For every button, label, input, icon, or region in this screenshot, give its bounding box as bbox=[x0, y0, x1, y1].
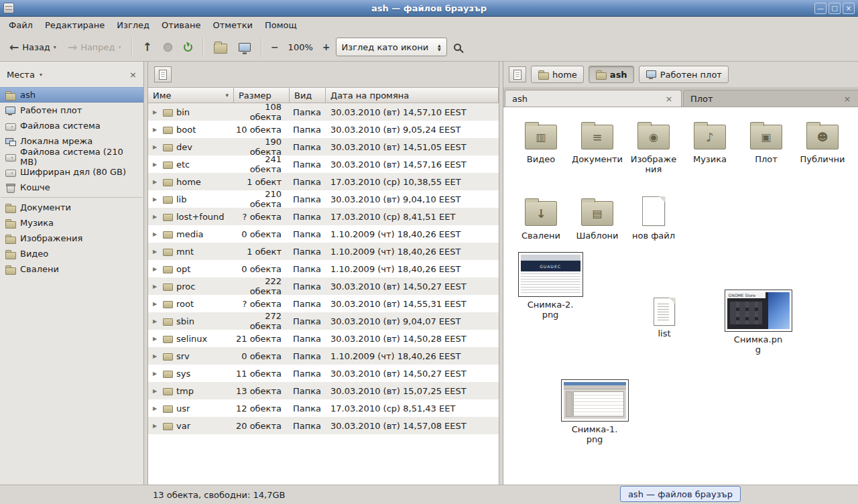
stop-button[interactable] bbox=[159, 36, 177, 58]
titlebar[interactable]: ash — файлов браузър — □ × bbox=[0, 0, 858, 17]
close-button[interactable]: × bbox=[843, 3, 855, 14]
bookmark-item[interactable]: Свалени bbox=[0, 261, 143, 277]
column-header-name[interactable]: Име ▾ bbox=[148, 87, 234, 103]
back-dropdown-icon[interactable]: ▾ bbox=[54, 44, 56, 50]
column-header-size[interactable]: Размер bbox=[234, 87, 290, 103]
expander-icon[interactable]: ▶ bbox=[153, 353, 160, 359]
path-button[interactable]: ash bbox=[589, 66, 634, 83]
icon-view-item[interactable]: Плот bbox=[738, 115, 794, 192]
table-row[interactable]: ▶ sbin 272 обекта Папка 30.03.2010 (вт) … bbox=[148, 312, 499, 330]
table-row[interactable]: ▶ usr 12 обекта Папка 17.03.2010 (ср) 8,… bbox=[148, 399, 499, 417]
file-snimka-1[interactable]: Снимка-1.png bbox=[558, 379, 631, 445]
reload-button[interactable] bbox=[179, 36, 197, 58]
expander-icon[interactable]: ▶ bbox=[153, 144, 160, 150]
expander-icon[interactable]: ▶ bbox=[153, 179, 160, 185]
place-item[interactable]: Файлова система (210 MB) bbox=[0, 149, 143, 164]
expander-icon[interactable]: ▶ bbox=[153, 109, 160, 115]
expander-icon[interactable]: ▶ bbox=[153, 318, 160, 324]
table-row[interactable]: ▶ root ? обекта Папка 30.03.2010 (вт) 14… bbox=[148, 295, 499, 312]
maximize-button[interactable]: □ bbox=[829, 3, 841, 14]
expander-icon[interactable]: ▶ bbox=[153, 301, 160, 307]
expander-icon[interactable]: ▶ bbox=[153, 423, 160, 429]
forward-button[interactable]: → Напред ▾ bbox=[63, 36, 126, 58]
menu-item[interactable]: Отметки bbox=[206, 17, 258, 33]
table-row[interactable]: ▶ lib 210 обекта Папка 30.03.2010 (вт) 9… bbox=[148, 190, 499, 208]
icon-view-item[interactable]: Изображения bbox=[625, 115, 682, 192]
view-mode-select[interactable]: Изглед като икони ▲▼ bbox=[336, 38, 447, 56]
text-file-icon bbox=[642, 196, 665, 226]
table-row[interactable]: ▶ opt 0 обекта Папка 1.10.2009 (чт) 18,4… bbox=[148, 260, 499, 277]
table-row[interactable]: ▶ srv 0 обекта Папка 1.10.2009 (чт) 18,4… bbox=[148, 347, 499, 365]
table-row[interactable]: ▶ home 1 обект Папка 17.03.2010 (ср) 10,… bbox=[148, 173, 499, 190]
table-row[interactable]: ▶ boot 10 обекта Папка 30.03.2010 (вт) 9… bbox=[148, 121, 499, 138]
icon-view-item[interactable]: Документи bbox=[569, 115, 625, 192]
table-row[interactable]: ▶ media 0 обекта Папка 1.10.2009 (чт) 18… bbox=[148, 225, 499, 243]
bookmark-item[interactable]: Изображения bbox=[0, 231, 143, 246]
place-item[interactable]: Шифриран дял (80 GB) bbox=[0, 164, 143, 180]
expander-icon[interactable]: ▶ bbox=[153, 336, 160, 342]
tab-close-icon[interactable]: × bbox=[842, 94, 853, 104]
sidebar-dropdown-icon[interactable]: ▾ bbox=[40, 72, 42, 78]
table-row[interactable]: ▶ bin 108 обекта Папка 30.03.2010 (вт) 1… bbox=[148, 103, 499, 121]
home-button[interactable] bbox=[209, 36, 232, 58]
bookmark-item[interactable]: Видео bbox=[0, 246, 143, 261]
taskbar-window-button[interactable]: ash — файлов браузър bbox=[620, 486, 741, 502]
place-item[interactable]: Кошче bbox=[0, 180, 143, 195]
place-item[interactable]: Файлова система bbox=[0, 118, 143, 133]
file-list-txt[interactable]: list bbox=[637, 298, 691, 338]
expander-icon[interactable]: ▶ bbox=[153, 284, 160, 290]
icon-view-item[interactable]: Публични bbox=[794, 115, 851, 192]
path-button[interactable]: Работен плот bbox=[639, 66, 729, 83]
table-row[interactable]: ▶ dev 190 обекта Папка 30.03.2010 (вт) 1… bbox=[148, 138, 499, 155]
tab[interactable]: ash × bbox=[505, 90, 682, 107]
sidebar-close-icon[interactable]: × bbox=[129, 70, 137, 80]
file-snimka-2[interactable]: GUADEC Снимка-2.png bbox=[515, 252, 585, 320]
menu-item[interactable]: Изглед bbox=[111, 17, 156, 33]
table-row[interactable]: ▶ sys 11 обекта Папка 30.03.2010 (вт) 14… bbox=[148, 365, 499, 382]
search-button[interactable] bbox=[449, 36, 466, 58]
expander-icon[interactable]: ▶ bbox=[153, 249, 160, 255]
table-row[interactable]: ▶ proc 222 обекта Папка 30.03.2010 (вт) … bbox=[148, 277, 499, 295]
tab-close-icon[interactable]: × bbox=[664, 94, 674, 104]
expander-icon[interactable]: ▶ bbox=[153, 214, 160, 220]
table-row[interactable]: ▶ mnt 1 обект Папка 1.10.2009 (чт) 18,40… bbox=[148, 243, 499, 260]
table-row[interactable]: ▶ selinux 21 обекта Папка 30.03.2010 (вт… bbox=[148, 330, 499, 347]
file-snimka[interactable]: GNOME Store Снимка.png bbox=[722, 290, 794, 355]
sidebar-title[interactable]: Места bbox=[7, 70, 35, 80]
icon-view-item[interactable]: Музика bbox=[682, 115, 738, 192]
menu-item[interactable]: Файл bbox=[3, 17, 39, 33]
expander-icon[interactable]: ▶ bbox=[153, 266, 160, 272]
minimize-button[interactable]: — bbox=[814, 3, 826, 14]
pane-location-button[interactable] bbox=[154, 66, 172, 82]
column-header-date[interactable]: Дата на промяна bbox=[326, 87, 499, 103]
menu-item[interactable]: Редактиране bbox=[39, 17, 111, 33]
expander-icon[interactable]: ▶ bbox=[153, 388, 160, 394]
expander-icon[interactable]: ▶ bbox=[153, 371, 160, 377]
up-button[interactable]: ↑ bbox=[138, 36, 157, 58]
menu-item[interactable]: Отиване bbox=[156, 17, 206, 33]
expander-icon[interactable]: ▶ bbox=[153, 231, 160, 237]
zoom-in-button[interactable]: + bbox=[319, 38, 334, 56]
expander-icon[interactable]: ▶ bbox=[153, 127, 160, 133]
back-button[interactable]: ← Назад ▾ bbox=[5, 36, 61, 58]
table-row[interactable]: ▶ lost+found ? обекта Папка 17.03.2010 (… bbox=[148, 208, 499, 225]
zoom-out-button[interactable]: − bbox=[267, 38, 282, 56]
column-header-type[interactable]: Вид bbox=[290, 87, 326, 103]
path-root-button[interactable] bbox=[509, 66, 526, 82]
expander-icon[interactable]: ▶ bbox=[153, 196, 160, 202]
bookmark-item[interactable]: Документи bbox=[0, 200, 143, 215]
menu-item[interactable]: Помощ bbox=[259, 17, 303, 33]
place-item[interactable]: ash bbox=[0, 87, 143, 103]
table-row[interactable]: ▶ tmp 13 обекта Папка 30.03.2010 (вт) 15… bbox=[148, 382, 499, 399]
expander-icon[interactable]: ▶ bbox=[153, 162, 160, 168]
icon-view-item[interactable]: нов файл bbox=[625, 192, 682, 268]
table-row[interactable]: ▶ var 20 обекта Папка 30.03.2010 (вт) 14… bbox=[148, 417, 499, 434]
expander-icon[interactable]: ▶ bbox=[153, 405, 160, 412]
computer-button[interactable] bbox=[234, 36, 255, 58]
table-row[interactable]: ▶ etc 241 обекта Папка 30.03.2010 (вт) 1… bbox=[148, 155, 499, 173]
bookmark-item[interactable]: Музика bbox=[0, 215, 143, 231]
icon-view-item[interactable]: Видео bbox=[513, 115, 569, 192]
path-button[interactable]: home bbox=[531, 66, 584, 83]
place-item[interactable]: Работен плот bbox=[0, 103, 143, 118]
tab[interactable]: Плот × bbox=[683, 90, 858, 107]
